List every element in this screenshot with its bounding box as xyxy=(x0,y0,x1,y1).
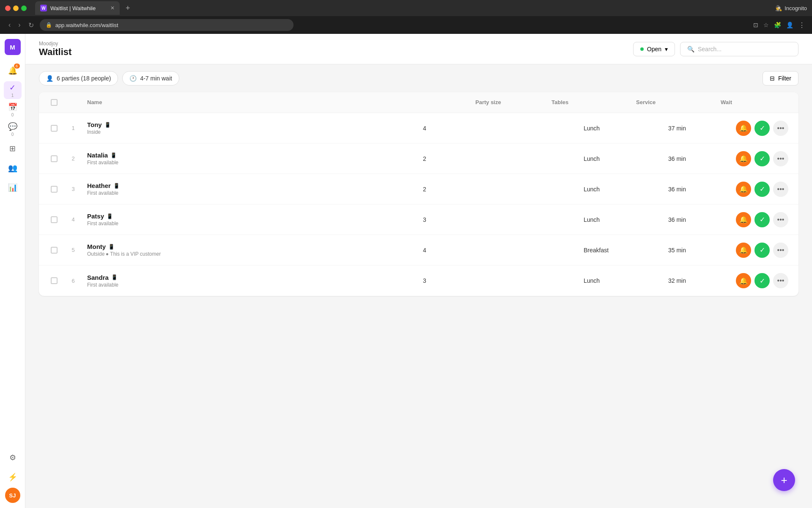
sidebar-item-apps[interactable]: ⊞ xyxy=(4,140,22,157)
status-label: Open xyxy=(647,46,661,52)
forward-button[interactable]: › xyxy=(16,19,22,30)
sidebar-item-waitlist[interactable]: ✓ 1 xyxy=(4,81,22,99)
person-name-6[interactable]: Sandra 📱 xyxy=(87,274,416,281)
notify-button-4[interactable]: 🔔 xyxy=(736,212,751,227)
wait-1: 37 min xyxy=(665,121,732,135)
notify-button-6[interactable]: 🔔 xyxy=(736,273,751,288)
menu-icon[interactable]: ⋮ xyxy=(798,21,805,29)
more-button-3[interactable]: ••• xyxy=(773,182,788,197)
person-name-4[interactable]: Patsy 📱 xyxy=(87,213,416,220)
tab-close-button[interactable]: ✕ xyxy=(110,5,115,11)
more-button-5[interactable]: ••• xyxy=(773,243,788,258)
checkin-button-6[interactable]: ✓ xyxy=(754,273,770,288)
row-actions-1: 🔔 ✓ ••• xyxy=(732,117,792,139)
row-checkbox-1 xyxy=(46,121,63,135)
traffic-lights xyxy=(5,6,27,11)
th-tables: Tables xyxy=(548,97,633,108)
new-tab-button[interactable]: + xyxy=(126,4,130,13)
table-row: 6 Sandra 📱 First available 3 Lunch 32 mi… xyxy=(39,265,798,296)
select-row-checkbox[interactable] xyxy=(51,247,58,254)
table-row: 4 Patsy 📱 First available 3 Lunch 36 min… xyxy=(39,204,798,235)
notify-button-5[interactable]: 🔔 xyxy=(736,243,751,258)
sidebar-item-notifications[interactable]: 🔔 6 xyxy=(4,62,22,80)
checkin-button-5[interactable]: ✓ xyxy=(754,243,770,258)
minimize-button[interactable] xyxy=(13,6,19,11)
select-row-checkbox[interactable] xyxy=(51,277,58,284)
status-button[interactable]: Open ▾ xyxy=(633,42,675,56)
service-5: Breakfast xyxy=(580,243,665,257)
checkin-button-2[interactable]: ✓ xyxy=(754,151,770,166)
service-4: Lunch xyxy=(580,213,665,226)
more-button-4[interactable]: ••• xyxy=(773,212,788,227)
more-button-6[interactable]: ••• xyxy=(773,273,788,288)
wait-pill: 🕐 4-7 min wait xyxy=(122,71,179,86)
row-person-5: Monty 📱 Outside This is a VIP customer xyxy=(84,240,420,260)
filter-button[interactable]: ⊟ Filter xyxy=(763,71,798,86)
person-sub-6: First available xyxy=(87,282,416,288)
search-box[interactable]: 🔍 Search... xyxy=(680,42,798,56)
row-actions-6: 🔔 ✓ ••• xyxy=(732,270,792,292)
sidebar-item-settings[interactable]: ⚙ xyxy=(4,449,22,467)
table-row: 5 Monty 📱 Outside This is a VIP customer… xyxy=(39,235,798,265)
person-name-2[interactable]: Natalia 📱 xyxy=(87,152,416,159)
row-person-6: Sandra 📱 First available xyxy=(84,271,420,291)
select-row-checkbox[interactable] xyxy=(51,216,58,223)
profile-icon[interactable]: 👤 xyxy=(786,22,793,28)
extensions-icon[interactable]: 🧩 xyxy=(774,22,781,28)
row-actions-3: 🔔 ✓ ••• xyxy=(732,178,792,200)
person-name-3[interactable]: Heather 📱 xyxy=(87,182,416,189)
address-input[interactable]: 🔒 app.waitwhile.com/waitlist xyxy=(40,19,294,31)
parties-label: 6 parties (18 people) xyxy=(57,75,111,82)
star-icon[interactable]: ☆ xyxy=(763,22,769,28)
chevron-down-icon: ▾ xyxy=(665,46,668,52)
status-dot xyxy=(640,47,644,51)
person-sub-4: First available xyxy=(87,221,416,226)
th-wait: Wait xyxy=(717,97,785,108)
close-button[interactable] xyxy=(5,6,11,11)
service-3: Lunch xyxy=(580,182,665,196)
url-text: app.waitwhile.com/waitlist xyxy=(55,22,118,28)
person-name-5[interactable]: Monty 📱 xyxy=(87,243,416,250)
more-button-2[interactable]: ••• xyxy=(773,151,788,166)
checkin-button-3[interactable]: ✓ xyxy=(754,182,770,197)
row-checkbox-5 xyxy=(46,243,63,257)
notify-button-1[interactable]: 🔔 xyxy=(736,121,751,136)
sidebar-item-calendar[interactable]: 📅 0 xyxy=(4,101,22,119)
row-checkbox-4 xyxy=(46,213,63,226)
sidebar-item-messages[interactable]: 💬 0 xyxy=(4,120,22,138)
sidebar-item-power[interactable]: ⚡ xyxy=(4,468,22,486)
tables-4 xyxy=(496,216,580,223)
notify-button-2[interactable]: 🔔 xyxy=(736,151,751,166)
more-button-1[interactable]: ••• xyxy=(773,121,788,136)
tables-6 xyxy=(496,277,580,284)
browser-tab[interactable]: W Waitlist | Waitwhile ✕ xyxy=(35,1,120,15)
add-fab-button[interactable]: + xyxy=(773,469,795,491)
select-row-checkbox[interactable] xyxy=(51,186,58,193)
select-all-checkbox[interactable] xyxy=(51,99,58,106)
lock-icon: 🔒 xyxy=(46,22,52,28)
checkin-button-1[interactable]: ✓ xyxy=(754,121,770,136)
row-actions-2: 🔔 ✓ ••• xyxy=(732,148,792,170)
checkin-button-4[interactable]: ✓ xyxy=(754,212,770,227)
notify-button-3[interactable]: 🔔 xyxy=(736,182,751,197)
reload-button[interactable]: ↻ xyxy=(27,19,36,31)
select-row-checkbox[interactable] xyxy=(51,155,58,162)
grid-icon: ⊞ xyxy=(9,144,16,153)
back-button[interactable]: ‹ xyxy=(7,19,12,30)
filter-label: Filter xyxy=(778,75,791,82)
header-title-group: Moodjoy Waitlist xyxy=(39,41,71,58)
select-row-checkbox[interactable] xyxy=(51,125,58,132)
table-header: Name Party size Tables Service Wait xyxy=(39,92,798,113)
person-name-1[interactable]: Tony 📱 xyxy=(87,121,416,128)
maximize-button[interactable] xyxy=(21,6,27,11)
th-number xyxy=(63,97,84,108)
phone-icon: 📱 xyxy=(107,213,113,219)
phone-icon: 📱 xyxy=(108,244,115,250)
party-size-6: 3 xyxy=(420,274,496,287)
sidebar-item-analytics[interactable]: 📊 xyxy=(4,179,22,196)
user-initials: SJ xyxy=(9,492,16,499)
org-name: Moodjoy xyxy=(39,41,71,47)
user-avatar[interactable]: SJ xyxy=(5,488,20,503)
row-number-5: 5 xyxy=(63,243,84,257)
sidebar-item-customers[interactable]: 👥 xyxy=(4,159,22,177)
